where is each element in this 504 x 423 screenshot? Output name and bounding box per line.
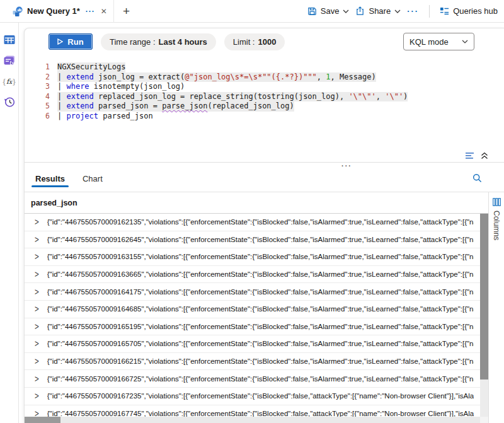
tab-close-icon[interactable]: ✕ xyxy=(101,7,107,16)
expand-row-icon[interactable]: > xyxy=(35,391,39,401)
result-row[interactable]: >{"id":"4467550570009164685","violations… xyxy=(25,301,480,318)
time-range-picker[interactable]: Time range : Last 4 hours xyxy=(101,33,216,50)
top-bar: New Query 1* ··· ✕ + Save xyxy=(0,0,504,23)
queries-hub-icon xyxy=(440,6,449,16)
result-row[interactable]: >{"id":"4467550570009167745","violations… xyxy=(25,405,480,417)
code-line[interactable]: 1NGXSecurityLogs xyxy=(25,62,504,72)
tab-overflow-icon[interactable]: ··· xyxy=(86,7,95,16)
result-row[interactable]: >{"id":"4467550570009166215","violations… xyxy=(25,353,480,371)
search-icon[interactable] xyxy=(472,173,482,185)
result-row[interactable]: >{"id":"4467550570009164175","violations… xyxy=(25,283,480,301)
column-header-parsed-json[interactable]: parsed_json xyxy=(25,192,488,214)
line-number: 3 xyxy=(32,82,50,92)
code-text: | extend parsed_json = parse_json(replac… xyxy=(57,101,294,112)
tab-title: New Query 1* xyxy=(27,6,80,16)
share-button[interactable]: Share xyxy=(355,6,401,16)
columns-panel-label: Columns xyxy=(492,211,501,240)
results-pane: ··· Results Chart parsed_json >{"id":"44… xyxy=(25,162,504,423)
expand-row-icon[interactable]: > xyxy=(35,374,39,383)
line-number: 2 xyxy=(32,72,50,83)
result-row[interactable]: >{"id":"4467550570009163155","violations… xyxy=(25,248,480,266)
line-number: 6 xyxy=(32,112,50,122)
code-text: NGXSecurityLogs xyxy=(57,62,125,72)
query-mode-select[interactable]: KQL mode xyxy=(403,33,474,50)
query-tab[interactable]: New Query 1* ··· ✕ xyxy=(4,0,114,23)
chevron-down-icon xyxy=(343,9,349,13)
row-json-value: {"id":"4467550570009164175","violations"… xyxy=(47,288,474,296)
expand-row-icon[interactable]: > xyxy=(35,270,39,279)
functions-icon[interactable]: {fx} xyxy=(3,76,16,87)
query-history-icon[interactable] xyxy=(3,96,16,108)
expand-row-icon[interactable]: > xyxy=(35,252,39,262)
expand-row-icon[interactable]: > xyxy=(35,339,39,349)
queries-hub-button[interactable]: Queries hub xyxy=(440,6,498,16)
result-row[interactable]: >{"id":"4467550570009162645","violations… xyxy=(25,231,480,249)
saved-scripts-icon[interactable] xyxy=(3,55,16,66)
row-json-value: {"id":"4467550570009163665","violations"… xyxy=(47,270,474,278)
result-row[interactable]: >{"id":"4467550570009166725","violations… xyxy=(25,370,480,388)
expand-row-icon[interactable]: > xyxy=(35,409,39,417)
row-json-value: {"id":"4467550570009167235","violations"… xyxy=(47,392,474,400)
expand-row-icon[interactable]: > xyxy=(35,322,39,331)
code-line[interactable]: 3| where isnotempty(json_log) xyxy=(25,82,504,92)
line-number: 1 xyxy=(32,62,50,72)
vertical-scrollbar[interactable] xyxy=(480,214,488,417)
code-line[interactable]: 4| extend replaced_json_log = replace_st… xyxy=(25,92,504,102)
row-json-value: {"id":"4467550570009166215","violations"… xyxy=(47,357,474,365)
expand-row-icon[interactable]: > xyxy=(35,304,39,314)
kql-editor[interactable]: 1NGXSecurityLogs2| extend json_log = ext… xyxy=(25,55,504,162)
code-text: | extend replaced_json_log = replace_str… xyxy=(57,92,408,102)
result-row[interactable]: >{"id":"4467550570009163665","violations… xyxy=(25,266,480,284)
more-actions-icon[interactable]: ··· xyxy=(407,6,419,16)
save-icon xyxy=(307,6,317,16)
code-line[interactable]: 2| extend json_log = extract(@"json_log\… xyxy=(25,72,504,83)
line-number: 4 xyxy=(32,92,50,102)
result-row[interactable]: >{"id":"4467550570009165705","violations… xyxy=(25,335,480,353)
row-json-value: {"id":"4467550570009167745","violations"… xyxy=(47,410,474,417)
divider xyxy=(429,5,430,18)
query-toolbar: Run Time range : Last 4 hours Limit : 10… xyxy=(25,28,504,55)
top-actions: Save Share ··· xyxy=(307,5,504,18)
code-line[interactable]: 5| extend parsed_json = parse_json(repla… xyxy=(25,101,504,112)
new-tab-button[interactable]: + xyxy=(123,5,130,17)
result-row[interactable]: >{"id":"4467550570009162135","violations… xyxy=(25,214,480,231)
tab-chart[interactable]: Chart xyxy=(83,174,103,192)
limit-picker[interactable]: Limit : 1000 xyxy=(224,33,285,50)
row-json-value: {"id":"4467550570009162135","violations"… xyxy=(47,218,474,226)
result-row[interactable]: >{"id":"4467550570009165195","violations… xyxy=(25,318,480,336)
expand-row-icon[interactable]: > xyxy=(35,235,39,244)
chevron-down-icon xyxy=(394,9,401,13)
time-range-value: Last 4 hours xyxy=(159,37,207,47)
query-workspace: Run Time range : Last 4 hours Limit : 10… xyxy=(24,28,504,423)
share-icon xyxy=(355,6,365,16)
results-rows: >{"id":"4467550570009162135","violations… xyxy=(25,214,480,417)
left-rail: {fx} xyxy=(0,23,19,423)
result-row[interactable]: >{"id":"4467550570009167235","violations… xyxy=(25,388,480,405)
row-json-value: {"id":"4467550570009163155","violations"… xyxy=(47,253,474,260)
horizontal-scrollbar-thumb[interactable] xyxy=(25,417,60,423)
row-json-value: {"id":"4467550570009165195","violations"… xyxy=(47,323,474,330)
expand-row-icon[interactable]: > xyxy=(35,217,39,227)
row-json-value: {"id":"4467550570009162645","violations"… xyxy=(47,236,474,243)
format-lines-icon[interactable] xyxy=(465,152,475,159)
connections-table-icon[interactable] xyxy=(3,34,16,45)
code-text: | project parsed_json xyxy=(57,112,153,122)
adx-query-icon xyxy=(13,6,23,16)
save-button[interactable]: Save xyxy=(307,6,350,16)
row-json-value: {"id":"4467550570009164685","violations"… xyxy=(47,305,474,313)
columns-panel-toggle[interactable]: Columns xyxy=(488,192,504,423)
limit-value: 1000 xyxy=(258,37,276,47)
run-button[interactable]: Run xyxy=(49,33,93,50)
editor-actions xyxy=(465,152,488,159)
code-text: | extend json_log = extract(@"json_log\s… xyxy=(57,72,376,83)
line-number: 5 xyxy=(32,101,50,112)
horizontal-scrollbar[interactable] xyxy=(25,417,480,423)
code-text: | where isnotempty(json_log) xyxy=(57,82,185,92)
vertical-scrollbar-thumb[interactable] xyxy=(480,214,488,380)
expand-row-icon[interactable]: > xyxy=(35,357,39,366)
code-line[interactable]: 6| project parsed_json xyxy=(25,112,504,122)
collapse-editor-icon[interactable] xyxy=(481,152,488,159)
scrollbar-corner xyxy=(480,417,488,423)
expand-row-icon[interactable]: > xyxy=(35,287,39,296)
tab-results[interactable]: Results xyxy=(35,174,65,192)
